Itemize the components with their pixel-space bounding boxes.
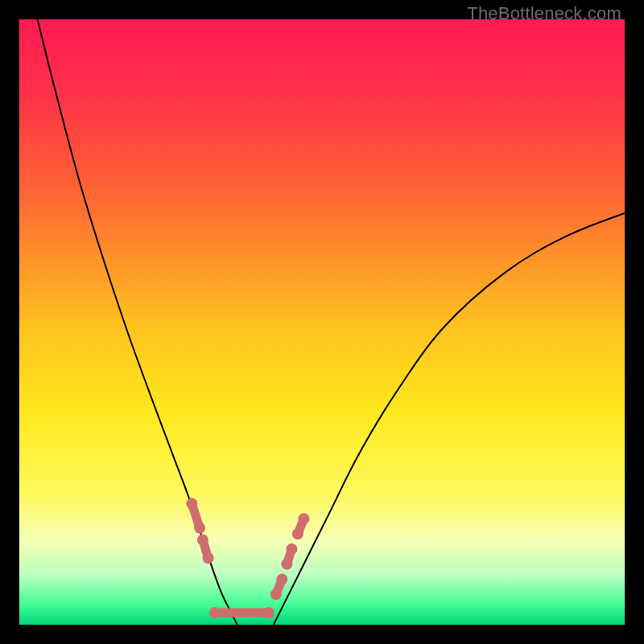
svg-point-17 [298,513,309,524]
svg-point-2 [194,522,205,534]
svg-point-1 [186,498,197,510]
chart-svg [19,19,625,625]
svg-point-8 [263,607,275,618]
svg-point-14 [286,543,297,555]
svg-point-4 [197,535,208,546]
svg-point-10 [270,588,282,600]
svg-point-13 [281,559,292,570]
svg-point-7 [209,607,221,618]
svg-point-16 [292,528,303,539]
outer-frame: TheBottleneck.com [0,0,644,644]
svg-point-11 [276,574,287,585]
chart-background [19,19,625,625]
plot-area [19,19,625,625]
svg-point-5 [203,552,214,564]
